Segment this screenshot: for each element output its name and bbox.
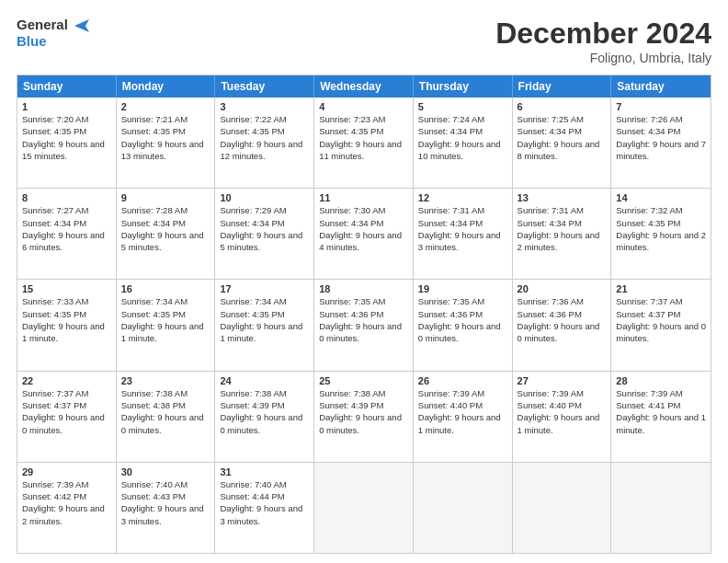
sunrise-10: Sunrise: 7:29 AM (220, 205, 286, 215)
daylight-3: Daylight: 9 hours and 12 minutes. (220, 139, 302, 161)
cell-info-18: Sunrise: 7:35 AM Sunset: 4:36 PM Dayligh… (319, 295, 408, 344)
cal-cell-13: 13 Sunrise: 7:31 AM Sunset: 4:34 PM Dayl… (513, 189, 612, 279)
daylight-11: Daylight: 9 hours and 4 minutes. (319, 230, 402, 252)
cell-info-8: Sunrise: 7:27 AM Sunset: 4:34 PM Dayligh… (22, 204, 111, 253)
day-number-27: 27 (518, 375, 607, 386)
daylight-16: Daylight: 9 hours and 1 minute. (121, 321, 204, 343)
sunrise-9: Sunrise: 7:28 AM (121, 205, 188, 215)
sunset-1: Sunset: 4:35 PM (22, 126, 86, 136)
sunrise-7: Sunrise: 7:26 AM (616, 114, 682, 124)
cal-cell-5: 5 Sunrise: 7:24 AM Sunset: 4:34 PM Dayli… (414, 98, 513, 188)
sunrise-22: Sunrise: 7:37 AM (22, 388, 88, 398)
day-number-1: 1 (22, 101, 111, 112)
cal-row-1: 8 Sunrise: 7:27 AM Sunset: 4:34 PM Dayli… (17, 188, 711, 279)
sunset-14: Sunset: 4:35 PM (616, 218, 680, 228)
daylight-25: Daylight: 9 hours and 0 minutes. (319, 412, 402, 434)
sunset-8: Sunset: 4:34 PM (22, 218, 86, 228)
sunrise-16: Sunrise: 7:34 AM (121, 296, 188, 306)
cal-cell-23: 23 Sunrise: 7:38 AM Sunset: 4:38 PM Dayl… (117, 372, 216, 462)
daylight-27: Daylight: 9 hours and 1 minute. (518, 412, 600, 434)
day-number-31: 31 (220, 466, 309, 477)
cal-cell-15: 15 Sunrise: 7:33 AM Sunset: 4:35 PM Dayl… (17, 280, 117, 370)
cal-cell-21: 21 Sunrise: 7:37 AM Sunset: 4:37 PM Dayl… (611, 280, 711, 370)
day-number-5: 5 (418, 101, 507, 112)
sunrise-19: Sunrise: 7:35 AM (418, 296, 484, 306)
cell-info-2: Sunrise: 7:21 AM Sunset: 4:35 PM Dayligh… (121, 113, 210, 162)
sunset-11: Sunset: 4:34 PM (319, 218, 383, 228)
cell-info-4: Sunrise: 7:23 AM Sunset: 4:35 PM Dayligh… (319, 113, 408, 162)
cell-info-26: Sunrise: 7:39 AM Sunset: 4:40 PM Dayligh… (418, 387, 507, 436)
daylight-6: Daylight: 9 hours and 8 minutes. (518, 139, 600, 161)
sunset-5: Sunset: 4:34 PM (418, 126, 483, 136)
day-number-21: 21 (616, 283, 706, 294)
sunrise-13: Sunrise: 7:31 AM (518, 205, 584, 215)
sunrise-17: Sunrise: 7:34 AM (220, 296, 286, 306)
day-number-23: 23 (121, 375, 210, 386)
daylight-12: Daylight: 9 hours and 3 minutes. (418, 230, 501, 252)
page: General Blue December 2024 Foligno, Umbr… (0, 0, 728, 563)
sunrise-4: Sunrise: 7:23 AM (319, 114, 385, 124)
sunrise-24: Sunrise: 7:38 AM (220, 388, 286, 398)
daylight-28: Daylight: 9 hours and 1 minute. (616, 412, 706, 434)
header-day-sunday: Sunday (17, 75, 117, 98)
cal-cell-19: 19 Sunrise: 7:35 AM Sunset: 4:36 PM Dayl… (414, 280, 513, 370)
header: General Blue December 2024 Foligno, Umbr… (17, 17, 711, 65)
cal-cell-12: 12 Sunrise: 7:31 AM Sunset: 4:34 PM Dayl… (414, 189, 513, 279)
header-day-thursday: Thursday (414, 75, 513, 98)
cal-cell-4: 4 Sunrise: 7:23 AM Sunset: 4:35 PM Dayli… (314, 98, 414, 188)
daylight-20: Daylight: 9 hours and 0 minutes. (518, 321, 600, 343)
cell-info-9: Sunrise: 7:28 AM Sunset: 4:34 PM Dayligh… (121, 204, 210, 253)
sunrise-21: Sunrise: 7:37 AM (616, 296, 682, 306)
sunset-6: Sunset: 4:34 PM (518, 126, 582, 136)
day-number-3: 3 (220, 101, 309, 112)
daylight-19: Daylight: 9 hours and 0 minutes. (418, 321, 501, 343)
cal-cell-25: 25 Sunrise: 7:38 AM Sunset: 4:39 PM Dayl… (314, 372, 414, 462)
cell-info-5: Sunrise: 7:24 AM Sunset: 4:34 PM Dayligh… (418, 113, 507, 162)
day-number-20: 20 (518, 283, 607, 294)
sunset-30: Sunset: 4:43 PM (121, 491, 186, 501)
sunrise-28: Sunrise: 7:39 AM (616, 388, 682, 398)
daylight-2: Daylight: 9 hours and 13 minutes. (121, 139, 204, 161)
cell-info-10: Sunrise: 7:29 AM Sunset: 4:34 PM Dayligh… (220, 204, 309, 253)
logo-arrow (73, 19, 89, 32)
cal-row-2: 15 Sunrise: 7:33 AM Sunset: 4:35 PM Dayl… (17, 279, 711, 370)
daylight-5: Daylight: 9 hours and 10 minutes. (418, 139, 501, 161)
cal-cell-31: 31 Sunrise: 7:40 AM Sunset: 4:44 PM Dayl… (215, 463, 314, 553)
cell-info-15: Sunrise: 7:33 AM Sunset: 4:35 PM Dayligh… (22, 295, 111, 344)
cal-cell-6: 6 Sunrise: 7:25 AM Sunset: 4:34 PM Dayli… (513, 98, 612, 188)
sunset-3: Sunset: 4:35 PM (220, 126, 284, 136)
day-number-22: 22 (22, 375, 111, 386)
sunset-12: Sunset: 4:34 PM (418, 218, 483, 228)
header-day-tuesday: Tuesday (215, 75, 314, 98)
cell-info-19: Sunrise: 7:35 AM Sunset: 4:36 PM Dayligh… (418, 295, 507, 344)
sunrise-23: Sunrise: 7:38 AM (121, 388, 188, 398)
cell-info-27: Sunrise: 7:39 AM Sunset: 4:40 PM Dayligh… (518, 387, 607, 436)
daylight-29: Daylight: 9 hours and 2 minutes. (22, 503, 105, 525)
cell-info-20: Sunrise: 7:36 AM Sunset: 4:36 PM Dayligh… (518, 295, 607, 344)
cal-row-0: 1 Sunrise: 7:20 AM Sunset: 4:35 PM Dayli… (17, 98, 711, 188)
header-day-friday: Friday (513, 75, 612, 98)
sunset-22: Sunset: 4:37 PM (22, 400, 86, 410)
sunrise-29: Sunrise: 7:39 AM (22, 479, 88, 489)
cal-cell-empty-4-6 (611, 463, 711, 553)
header-day-saturday: Saturday (611, 75, 711, 98)
sunset-16: Sunset: 4:35 PM (121, 309, 186, 319)
sunset-29: Sunset: 4:42 PM (22, 491, 86, 501)
day-number-29: 29 (22, 466, 111, 477)
day-number-13: 13 (518, 192, 607, 203)
logo-general: General (17, 17, 68, 32)
cal-cell-empty-4-3 (314, 463, 414, 553)
day-number-26: 26 (418, 375, 507, 386)
sunset-13: Sunset: 4:34 PM (518, 218, 582, 228)
day-number-8: 8 (22, 192, 111, 203)
daylight-18: Daylight: 9 hours and 0 minutes. (319, 321, 402, 343)
cal-cell-7: 7 Sunrise: 7:26 AM Sunset: 4:34 PM Dayli… (611, 98, 711, 188)
sunrise-31: Sunrise: 7:40 AM (220, 479, 286, 489)
sunrise-6: Sunrise: 7:25 AM (518, 114, 584, 124)
daylight-13: Daylight: 9 hours and 2 minutes. (518, 230, 600, 252)
cal-row-3: 22 Sunrise: 7:37 AM Sunset: 4:37 PM Dayl… (17, 371, 711, 462)
sunset-28: Sunset: 4:41 PM (616, 400, 680, 410)
daylight-21: Daylight: 9 hours and 0 minutes. (616, 321, 706, 343)
sunrise-15: Sunrise: 7:33 AM (22, 296, 88, 306)
sunset-10: Sunset: 4:34 PM (220, 218, 284, 228)
